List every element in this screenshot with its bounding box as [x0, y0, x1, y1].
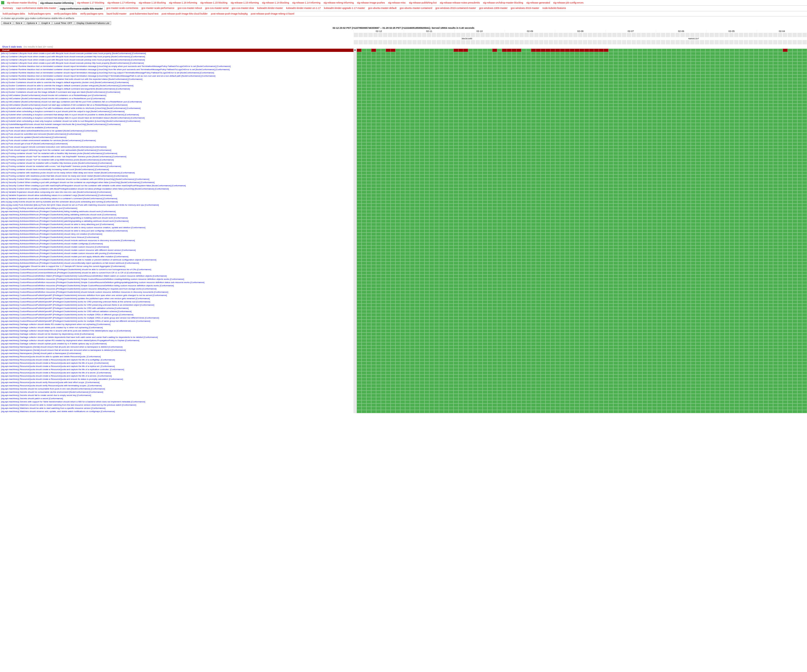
result-cell[interactable]: [420, 100, 425, 104]
result-cell[interactable]: [483, 200, 487, 204]
result-cell[interactable]: [710, 229, 715, 233]
result-cell[interactable]: [473, 310, 478, 313]
result-cell[interactable]: [608, 316, 613, 319]
result-cell[interactable]: [618, 242, 623, 245]
result-cell[interactable]: [390, 184, 395, 187]
result-cell[interactable]: [647, 361, 652, 365]
result-cell[interactable]: [797, 374, 802, 377]
result-cell[interactable]: [565, 49, 570, 52]
result-cell[interactable]: [425, 97, 429, 100]
result-cell[interactable]: [580, 307, 584, 310]
result-cell[interactable]: [550, 200, 555, 204]
result-cell[interactable]: [444, 278, 449, 281]
result-cell[interactable]: [739, 310, 744, 313]
result-cell[interactable]: [594, 275, 599, 278]
result-cell[interactable]: [715, 384, 720, 387]
result-cell[interactable]: [487, 113, 492, 116]
result-cell[interactable]: [749, 265, 754, 268]
result-cell[interactable]: [511, 233, 516, 236]
result-cell[interactable]: [613, 84, 618, 87]
result-cell[interactable]: [599, 258, 604, 262]
result-cell[interactable]: [502, 236, 507, 239]
result-cell[interactable]: [395, 278, 400, 281]
result-cell[interactable]: [555, 116, 560, 120]
result-cell[interactable]: [604, 352, 608, 355]
result-cell[interactable]: [390, 377, 395, 381]
result-cell[interactable]: [381, 287, 386, 291]
grid-header-cell[interactable]: [466, 33, 470, 37]
result-cell[interactable]: [550, 162, 555, 165]
result-cell[interactable]: [618, 361, 623, 365]
result-cell[interactable]: [497, 258, 502, 262]
grid-header-cell[interactable]: [622, 33, 626, 37]
result-cell[interactable]: [657, 74, 662, 78]
result-cell[interactable]: [381, 410, 386, 413]
result-cell[interactable]: [453, 152, 458, 155]
result-cell[interactable]: [667, 223, 671, 226]
result-cell[interactable]: [797, 81, 802, 84]
result-cell[interactable]: [458, 123, 463, 126]
result-cell[interactable]: [357, 74, 362, 78]
test-name[interactable]: [k8s.io] Probing container should be res…: [0, 162, 354, 165]
result-cell[interactable]: [521, 194, 526, 197]
result-cell[interactable]: [492, 381, 497, 384]
result-cell[interactable]: [550, 158, 555, 162]
result-cell[interactable]: [400, 197, 405, 200]
result-cell[interactable]: [405, 278, 410, 281]
result-cell[interactable]: [526, 104, 531, 107]
result-cell[interactable]: [734, 345, 739, 349]
result-cell[interactable]: [565, 110, 570, 113]
result-cell[interactable]: [725, 245, 729, 249]
result-cell[interactable]: [390, 100, 395, 104]
result-cell[interactable]: [497, 184, 502, 187]
result-cell[interactable]: [628, 94, 633, 97]
result-cell[interactable]: [400, 278, 405, 281]
result-cell[interactable]: [783, 262, 788, 265]
result-cell[interactable]: [676, 377, 681, 381]
result-cell[interactable]: [676, 387, 681, 391]
result-cell[interactable]: [444, 116, 449, 120]
result-cell[interactable]: [526, 342, 531, 345]
result-cell[interactable]: [434, 178, 439, 181]
result-cell[interactable]: [584, 297, 589, 300]
result-cell[interactable]: [425, 336, 429, 339]
result-cell[interactable]: [458, 333, 463, 336]
result-cell[interactable]: [652, 361, 657, 365]
result-cell[interactable]: [507, 181, 511, 184]
result-cell[interactable]: [497, 384, 502, 387]
result-cell[interactable]: [357, 162, 362, 165]
result-cell[interactable]: [662, 162, 667, 165]
result-cell[interactable]: [662, 210, 667, 213]
result-cell[interactable]: [701, 223, 705, 226]
result-cell[interactable]: [386, 55, 390, 58]
result-cell[interactable]: [686, 220, 691, 223]
result-cell[interactable]: [371, 387, 376, 391]
result-cell[interactable]: [463, 152, 468, 155]
result-cell[interactable]: [657, 142, 662, 146]
result-cell[interactable]: [720, 65, 725, 68]
result-cell[interactable]: [473, 158, 478, 162]
result-cell[interactable]: [468, 284, 473, 287]
result-cell[interactable]: [502, 397, 507, 400]
result-cell[interactable]: [759, 310, 764, 313]
result-cell[interactable]: [701, 333, 705, 336]
result-cell[interactable]: [729, 349, 734, 352]
result-cell[interactable]: [792, 113, 797, 116]
result-cell[interactable]: [487, 68, 492, 71]
result-cell[interactable]: [420, 265, 425, 268]
test-name[interactable]: [sig-api-machinery] AdmissionWebhook [Pr…: [0, 210, 354, 213]
result-cell[interactable]: [410, 258, 415, 262]
result-cell[interactable]: [584, 233, 589, 236]
result-cell[interactable]: [570, 100, 575, 104]
result-cell[interactable]: [734, 245, 739, 249]
result-cell[interactable]: [701, 329, 705, 333]
result-cell[interactable]: [390, 81, 395, 84]
result-cell[interactable]: [425, 333, 429, 336]
result-cell[interactable]: [429, 116, 434, 120]
result-cell[interactable]: [458, 361, 463, 365]
result-cell[interactable]: [628, 65, 633, 68]
result-cell[interactable]: [604, 123, 608, 126]
result-cell[interactable]: [613, 162, 618, 165]
result-cell[interactable]: [439, 394, 444, 397]
result-cell[interactable]: [507, 262, 511, 265]
